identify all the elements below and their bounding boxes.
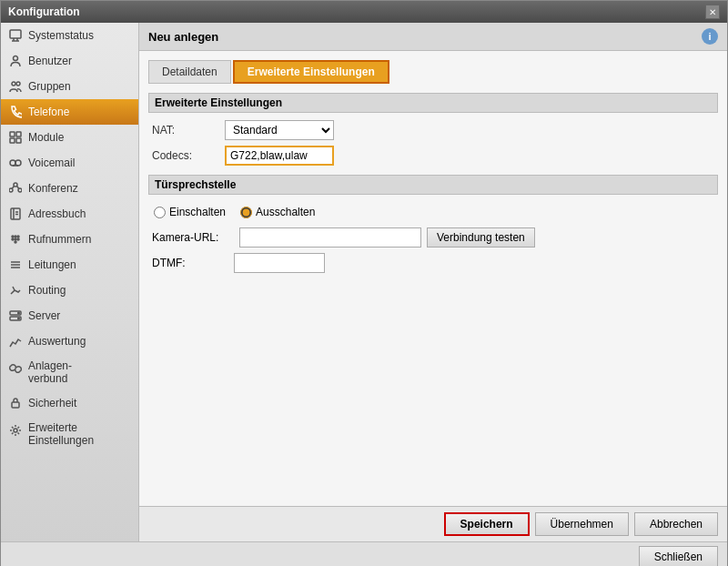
- codecs-input[interactable]: [225, 146, 334, 166]
- sidebar-item-rufnummern[interactable]: Rufnummern: [1, 227, 138, 252]
- sidebar-item-label: Benutzer: [28, 55, 72, 67]
- sidebar-item-label: Anlagen- verbund: [28, 359, 72, 385]
- svg-point-27: [15, 238, 16, 240]
- codecs-label: Codecs:: [152, 149, 225, 162]
- chart-icon: [8, 334, 23, 349]
- nat-select[interactable]: Standard Ja Nein Immer: [225, 120, 334, 140]
- sidebar-item-label: Sicherheit: [28, 397, 76, 409]
- window-close-button[interactable]: ✕: [705, 5, 720, 19]
- content-body: Detaildaten Erweiterte Einstellungen Erw…: [139, 51, 727, 506]
- svg-point-5: [12, 82, 15, 86]
- sidebar-item-label: Auswertung: [28, 335, 86, 348]
- tab-erweiterte-einstellungen[interactable]: Erweiterte Einstellungen: [233, 60, 389, 84]
- kamera-url-input[interactable]: [239, 227, 421, 248]
- sidebar-item-label: Konferenz: [28, 182, 78, 195]
- sidebar-item-benutzer[interactable]: Benutzer: [1, 48, 138, 74]
- dtmf-label: DTMF:: [152, 257, 234, 269]
- svg-point-29: [15, 241, 16, 243]
- sidebar-item-sicherheit[interactable]: Sicherheit: [1, 390, 138, 416]
- server-icon: [8, 308, 23, 323]
- sidebar-item-label: Erweiterte Einstellungen: [28, 421, 94, 447]
- einschalten-text: Einschalten: [169, 206, 226, 218]
- kamera-url-row: Kamera-URL: Verbindung testen: [148, 227, 718, 248]
- lines-icon: [8, 258, 23, 272]
- nat-label: NAT:: [152, 124, 225, 136]
- tabs-container: Detaildaten Erweiterte Einstellungen: [148, 60, 718, 84]
- svg-point-14: [14, 183, 17, 187]
- content-header: Neu anlegen i: [139, 23, 727, 51]
- uebernehmen-button[interactable]: Übernehmen: [535, 512, 629, 536]
- svg-rect-37: [12, 402, 19, 408]
- module-icon: [8, 130, 23, 145]
- window-body: Systemstatus Benutzer: [1, 23, 727, 541]
- svg-point-26: [12, 238, 14, 240]
- sidebar-item-label: Voicemail: [28, 157, 75, 169]
- window-title: Konfiguration: [8, 5, 80, 18]
- dtmf-input[interactable]: [234, 253, 325, 273]
- sidebar-item-label: Telefone: [28, 106, 69, 118]
- sidebar-item-systemstatus[interactable]: Systemstatus: [1, 23, 138, 48]
- lock-icon: [8, 396, 23, 410]
- sidebar-item-label: Routing: [28, 284, 66, 297]
- svg-point-25: [17, 236, 19, 238]
- verbindung-testen-button[interactable]: Verbindung testen: [427, 227, 535, 248]
- svg-point-23: [12, 236, 14, 238]
- svg-rect-9: [10, 138, 15, 143]
- sidebar-item-label: Rufnummern: [28, 233, 91, 246]
- ausschalten-text: Ausschalten: [256, 206, 315, 218]
- sidebar-item-telefone[interactable]: Telefone: [1, 99, 138, 125]
- svg-line-17: [12, 187, 15, 189]
- section-erweiterte-header: Erweiterte Einstellungen: [148, 93, 718, 113]
- svg-point-28: [17, 238, 19, 240]
- svg-point-38: [14, 429, 17, 432]
- voicemail-icon: [8, 156, 23, 170]
- sidebar-item-anlagenverbund[interactable]: Anlagen- verbund: [1, 354, 138, 390]
- sidebar-item-adressbuch[interactable]: Adressbuch: [1, 201, 138, 227]
- radio-ausschalten-label[interactable]: Ausschalten: [240, 206, 315, 218]
- gear-icon: [8, 423, 23, 438]
- sidebar-item-routing[interactable]: Routing: [1, 278, 138, 303]
- svg-line-18: [17, 187, 20, 189]
- sidebar-item-konferenz[interactable]: Konferenz: [1, 176, 138, 201]
- sidebar-item-leitungen[interactable]: Leitungen: [1, 252, 138, 278]
- radio-einschalten[interactable]: [154, 207, 166, 218]
- nat-row: NAT: Standard Ja Nein Immer: [148, 120, 718, 140]
- sidebar-item-label: Module: [28, 131, 64, 144]
- sidebar-item-erweiterte-einstellungen[interactable]: Erweiterte Einstellungen: [1, 416, 138, 452]
- bottom-bar: Schließen: [1, 541, 727, 566]
- svg-rect-10: [16, 138, 21, 143]
- svg-point-4: [14, 56, 18, 61]
- routing-icon: [8, 283, 23, 298]
- title-bar: Konfiguration ✕: [1, 1, 727, 23]
- svg-point-36: [18, 318, 20, 319]
- svg-point-35: [18, 312, 20, 314]
- user-icon: [8, 54, 23, 68]
- radio-einschalten-label[interactable]: Einschalten: [154, 206, 226, 218]
- book-icon: [8, 207, 23, 221]
- sidebar: Systemstatus Benutzer: [1, 23, 139, 541]
- sidebar-item-label: Leitungen: [28, 258, 76, 271]
- footer: Speichern Übernehmen Abbrechen: [139, 506, 727, 541]
- sidebar-item-voicemail[interactable]: Voicemail: [1, 150, 138, 176]
- svg-rect-7: [10, 132, 15, 136]
- svg-point-6: [16, 82, 20, 86]
- svg-point-11: [10, 160, 15, 166]
- group-icon: [8, 79, 23, 94]
- radio-ausschalten[interactable]: [240, 207, 252, 218]
- sidebar-item-gruppen[interactable]: Gruppen: [1, 74, 138, 99]
- main-content: Neu anlegen i Detaildaten Erweiterte Ein…: [139, 23, 727, 541]
- sidebar-item-server[interactable]: Server: [1, 303, 138, 328]
- sidebar-item-module[interactable]: Module: [1, 125, 138, 150]
- content-title: Neu anlegen: [148, 30, 218, 44]
- abbrechen-button[interactable]: Abbrechen: [634, 512, 718, 536]
- speichern-button[interactable]: Speichern: [444, 512, 530, 536]
- tab-detaildaten[interactable]: Detaildaten: [148, 60, 231, 84]
- link-icon: [8, 361, 23, 376]
- codecs-row: Codecs:: [148, 146, 718, 166]
- conference-icon: [8, 181, 23, 196]
- dtmf-row: DTMF:: [148, 253, 718, 273]
- radio-row: Einschalten Ausschalten: [148, 202, 718, 222]
- svg-point-12: [15, 160, 21, 166]
- schliessen-button[interactable]: Schließen: [639, 546, 718, 566]
- sidebar-item-auswertung[interactable]: Auswertung: [1, 328, 138, 354]
